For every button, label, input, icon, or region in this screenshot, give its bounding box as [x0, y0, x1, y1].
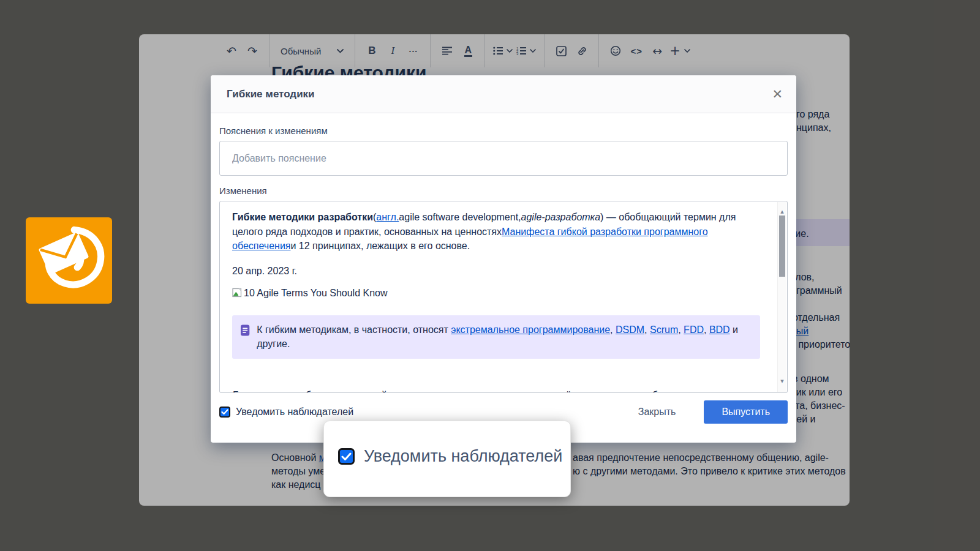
note-text: К гибким методикам, в частности, относят… — [257, 323, 749, 351]
explanation-input[interactable] — [219, 141, 788, 176]
lang-link[interactable]: англ. — [376, 212, 399, 222]
scrum-link[interactable]: Scrum — [650, 324, 678, 335]
close-icon[interactable]: ✕ — [772, 88, 783, 100]
broken-image-line: 10 Agile Terms You Should Know — [232, 286, 763, 301]
changes-label: Изменения — [219, 186, 788, 196]
explanation-label: Пояснения к изменениям — [219, 126, 788, 136]
check-icon — [341, 452, 352, 461]
close-button[interactable]: Закрыть — [638, 407, 676, 418]
broken-image-icon — [232, 288, 243, 298]
preview-scrollbar[interactable]: ▲ ▼ — [777, 202, 786, 392]
preview-text: и 12 принципах, лежащих в его основе. — [290, 241, 470, 251]
scrollbar-thumb[interactable] — [779, 216, 785, 277]
fdd-link[interactable]: FDD — [684, 324, 704, 335]
dialog-body: Пояснения к изменениям Изменения Гибкие … — [211, 113, 796, 393]
changes-preview: Гибкие методики разработки(англ.agile so… — [219, 201, 788, 393]
notify-checkbox[interactable] — [219, 407, 230, 418]
bdd-link[interactable]: BDD — [709, 324, 730, 335]
note-plain: К гибким методикам, в частности, относят — [257, 324, 451, 335]
check-icon — [221, 409, 228, 415]
preview-paragraph: Гибкие методики разработки(англ.agile so… — [232, 210, 763, 253]
preview-italic-text: agile-разработка — [521, 212, 601, 222]
publish-button[interactable]: Выпустить — [704, 400, 788, 424]
notify-checkbox-zoomed[interactable] — [338, 448, 355, 465]
notify-label-zoomed: Уведомить наблюдателей — [364, 447, 562, 466]
note-panel: К гибким методикам, в частности, относят… — [232, 315, 760, 359]
footer-buttons: Закрыть Выпустить — [638, 400, 788, 424]
preview-text: agile software development, — [399, 212, 521, 222]
dialog-header: Гибкие методики ✕ — [211, 75, 796, 113]
note-icon — [241, 324, 250, 337]
dialog-title: Гибкие методики — [227, 88, 315, 100]
note-plain: , — [610, 324, 616, 335]
preview-date: 20 апр. 2023 г. — [232, 264, 763, 279]
preview-bold-text: Гибкие методики разработки — [232, 212, 373, 222]
publish-dialog: Гибкие методики ✕ Пояснения к изменениям… — [211, 75, 796, 443]
notify-watchers-row[interactable]: Уведомить наблюдателей — [219, 407, 353, 418]
note-plain: , — [678, 324, 684, 335]
note-plain: , — [644, 324, 650, 335]
envelope-swirl-icon — [31, 222, 107, 299]
clipped-text-line: Большинство гибких методологий нацелены … — [233, 388, 763, 393]
mail-app-logo[interactable] — [26, 217, 112, 304]
zoom-preview-popup: Уведомить наблюдателей — [323, 421, 571, 497]
xp-link[interactable]: экстремальное программирование — [451, 324, 610, 335]
dsdm-link[interactable]: DSDM — [616, 324, 644, 335]
image-alt-text: 10 Agile Terms You Should Know — [244, 286, 388, 301]
note-plain: , — [704, 324, 709, 335]
notify-checkbox-label: Уведомить наблюдателей — [236, 407, 353, 418]
scroll-down-icon[interactable]: ▼ — [778, 375, 786, 389]
